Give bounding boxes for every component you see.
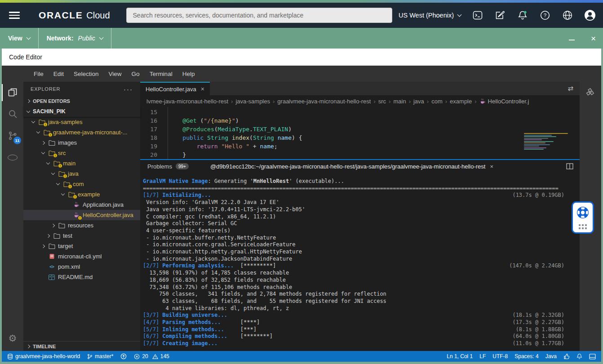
tree-item-com[interactable]: !com [23,179,140,189]
folder-icon: ! [53,160,61,166]
breadcrumb-item[interactable]: java-samples [235,98,270,105]
terminal-line: 18,669 (56.83%) of 32,852 fields reachab… [143,277,564,284]
git-branch-item[interactable]: master* [87,353,113,360]
tree-item-label: java-samples [48,119,83,125]
tree-item-java-samples[interactable]: !java-samples [23,117,140,127]
menu-go[interactable]: Go [127,71,145,77]
settings-gear-icon[interactable]: ⚙ [2,328,23,349]
breadcrumb-item[interactable]: src [378,98,386,105]
problems-tab[interactable]: Problems [147,163,172,170]
status-left: graalvmee-java-hello-world master* 20 14… [7,353,169,360]
terminal-tab[interactable]: @d9b91ecc12bc:~/graalvmee-java-micronaut… [210,163,493,170]
terminal-line: - io.micronaut.core.graal.ServiceLoaderF… [143,241,564,249]
menu-help[interactable]: Help [177,71,200,77]
tree-item-resources[interactable]: resources [23,220,140,231]
tree-item-application-java[interactable]: Application.java [23,200,140,210]
search-activity-icon[interactable] [2,103,23,125]
warning-badge: ! [48,133,53,137]
announcements-edit-icon[interactable] [494,9,506,21]
cursor-position[interactable]: Ln 1, Col 1 [447,353,473,360]
chevron-down-icon [99,35,103,40]
terminal-close-icon[interactable]: × [490,163,493,170]
cloud-shell-icon[interactable] [472,9,483,21]
help-icon[interactable]: ? [539,9,551,21]
notifications-bell-icon[interactable] [517,9,528,21]
sync-changes-icon[interactable] [120,353,127,360]
breadcrumb-item[interactable]: main [393,98,406,105]
tree-item-hellocontroller-java[interactable]: !HelloController.java [23,210,140,220]
breadcrumb-item[interactable]: com [431,98,443,105]
folder-icon [48,140,56,146]
encoding-indicator[interactable]: UTF-8 [492,353,508,360]
oval-activity-icon[interactable] [2,146,23,168]
workspace-root-label: SACHIN_PIK [33,108,66,115]
tree-item-pom-xml[interactable]: <>pom.xml [23,262,140,272]
breadcrumb-item[interactable]: example [450,98,472,105]
explorer-title: EXPLORER [31,86,60,92]
hamburger-menu-icon[interactable] [9,12,20,19]
problems-counts[interactable]: 20 145 [134,353,169,360]
status-bar: graalvmee-java-hello-world master* 20 14… [2,351,601,362]
menu-edit[interactable]: Edit [49,71,69,77]
user-avatar[interactable] [584,9,596,21]
code-line-18: public String index(String name) { [168,133,302,142]
code-area[interactable]: 15161718192021 @Get ("/{name}") @Produce… [140,107,580,159]
oracle-cloud-logo[interactable]: ORACLE Cloud [39,10,110,21]
tree-item-main[interactable]: !main [23,158,140,169]
region-selector[interactable]: US West (Phoenix) [399,12,461,19]
explorer-activity-icon[interactable] [2,82,23,103]
panel-layout-icon[interactable] [589,354,596,360]
breadcrumb-separator: › [389,98,390,105]
compare-changes-icon[interactable]: ⇄ [568,82,580,95]
language-globe-icon[interactable] [562,9,573,21]
tree-item-images[interactable]: images [23,138,140,148]
source-control-activity-icon[interactable]: 11 [2,125,23,146]
folder-icon [53,233,61,239]
language-indicator[interactable]: Java [545,353,557,360]
terminal-output[interactable]: GraalVM Native Image: Generating 'MnHell… [140,173,580,351]
tree-item-test[interactable]: test [23,231,140,241]
indent-indicator[interactable]: Spaces: 4 [514,353,538,360]
menu-view[interactable]: View [104,71,127,77]
workspace-root-section[interactable]: SACHIN_PIK [23,106,140,117]
tree-item-readme-md[interactable]: README.md [23,272,140,282]
breadcrumb-item[interactable]: java [413,98,424,105]
explorer-more-actions-icon[interactable]: ··· [124,85,133,93]
tree-item-src[interactable]: !src [23,148,140,158]
tree-item-example[interactable]: !example [23,189,140,200]
breadcrumb-item[interactable]: lvmee-java-micronaut-hello-rest [146,98,228,105]
feedback-thumbs-up-icon[interactable] [563,353,570,360]
tree-item-java[interactable]: !java [23,169,140,179]
minimap[interactable] [524,133,571,157]
breadcrumb-file[interactable]: HelloController.j [479,98,529,105]
assistant-widget[interactable] [572,201,594,234]
tab-close-icon[interactable]: × [201,85,204,93]
minimize-button[interactable] [569,40,575,40]
tab-hellocontroller[interactable]: HelloController.java × [140,82,210,95]
menu-file[interactable]: File [29,71,49,77]
eol-indicator[interactable]: LF [479,353,486,360]
menu-terminal[interactable]: Terminal [145,71,177,77]
tree-item-target[interactable]: target [23,241,140,251]
tree-item-label: micronaut-cli.yml [58,253,102,260]
svg-text:?: ? [544,13,546,18]
open-editors-section[interactable]: OPEN EDITORS [23,96,140,106]
drag-handle-dots-icon[interactable] [579,224,587,230]
tree-item-micronaut-cli-yml[interactable]: micronaut-cli.yml [23,251,140,262]
chevron-down-icon [51,171,55,175]
breadcrumb-item[interactable]: graalvmee-java-micronaut-hello-rest [277,98,371,105]
timeline-section[interactable]: TIMELINE [23,341,140,351]
terminal-line: GraalVM Native Image: Generating 'MnHell… [143,178,564,185]
network-dropdown[interactable]: Network: Public [39,28,111,49]
menu-selection[interactable]: Selection [69,71,104,77]
view-dropdown[interactable]: View [0,28,39,49]
terminal-line: 750 classes, 341 fields, and 2,784 metho… [143,291,564,298]
close-button[interactable]: × [591,34,596,43]
code-line-15 [168,108,302,116]
notifications-bell-icon[interactable] [576,353,582,360]
search-input[interactable] [126,8,392,23]
tree-item-graalvmee-java-micronaut-[interactable]: !graalvmee-java-micronaut-... [23,127,140,138]
split-panel-icon[interactable] [566,163,580,169]
global-search [126,8,392,23]
remote-workspace-item[interactable]: graalvmee-java-hello-world [7,353,80,360]
